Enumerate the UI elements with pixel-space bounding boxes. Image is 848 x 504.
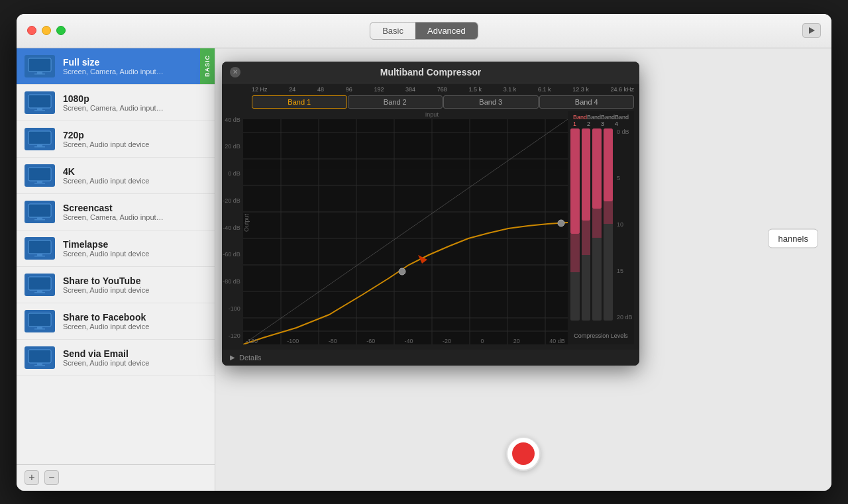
item-text-720p: 720p Screen, Audio input device [63,130,207,148]
item-text-screencast: Screencast Screen, Camera, Audio input… [63,203,207,221]
y-axis: 40 dB 20 dB 0 dB -20 dB -40 dB -60 dB -8… [222,111,243,344]
svg-point-47 [558,220,564,227]
add-preset-button[interactable]: + [25,470,39,485]
remove-preset-button[interactable]: − [44,470,59,485]
freq-ruler-labels: 12 Hz 24 48 96 192 384 768 1.5 k 3.1 k 6… [252,86,634,93]
titlebar: Basic Advanced [17,14,831,48]
sidebar-item-1080p[interactable]: 1080p Screen, Camera, Audio input… [17,85,215,121]
tab-basic[interactable]: Basic [370,23,415,39]
y-label-minus80db: -80 dB [223,278,240,285]
band-selector: Band 1 Band 2 Band 3 Band 4 [222,93,639,111]
compression-levels-label: Compression Levels [568,330,634,342]
svg-rect-14 [37,217,42,219]
comp-bar-band1-fill [570,128,580,234]
monitor-icon-4k [25,164,55,187]
item-sub-1080p: Screen, Camera, Audio input… [63,104,207,112]
svg-rect-22 [28,313,51,327]
comp-bar-band4 [604,128,613,321]
freq-label-1.5k: 1.5 k [469,86,482,93]
comp-bar-band4-dark [604,201,613,225]
band2-button[interactable]: Band 2 [348,95,443,109]
freq-label-12hz: 12 Hz [252,86,268,93]
freq-label-3.1k: 3.1 k [504,86,517,93]
comp-bar-band3 [592,128,602,321]
compressor-panel: ✕ Multiband Compressor 12 Hz 24 48 96 19… [222,62,639,366]
comp-band1-label: Band 1 [573,114,587,127]
svg-rect-9 [34,146,45,148]
sidebar-item-timelapse[interactable]: Timelapse Screen, Audio input device [17,230,215,267]
item-title-4k: 4K [63,166,207,177]
svg-rect-16 [28,240,51,254]
sidebar-item-4k[interactable]: 4K Screen, Audio input device [17,158,215,194]
item-title-youtube: Share to YouTube [63,276,207,286]
monitor-icon [25,55,55,77]
minimize-button[interactable] [42,26,51,35]
band4-button[interactable]: Band 4 [539,95,635,109]
sidebar-item-screencast[interactable]: Screencast Screen, Camera, Audio input… [17,194,215,230]
svg-marker-0 [809,27,815,34]
comp-y-20db: 20 dB [617,314,633,321]
y-label-minus100: -100 [229,305,240,312]
channels-button[interactable]: hannels [768,228,818,248]
graph-main: Input [243,111,568,344]
band1-button[interactable]: Band 1 [252,95,347,109]
comp-y-axis: 0 dB 5 10 15 20 dB [615,128,634,321]
main-window: Basic Advanced Full size Screen, Camera,… [17,14,831,491]
monitor-icon-720p [25,128,55,150]
item-title-720p: 720p [63,130,207,140]
traffic-lights [27,26,66,35]
comp-band3-label: Band 3 [601,114,615,127]
panel-header: ✕ Multiband Compressor [222,62,639,83]
svg-point-46 [399,268,405,275]
svg-rect-7 [28,131,51,144]
comp-y-0db: 0 dB [617,128,633,135]
item-title-screencast: Screencast [63,203,207,213]
freq-label-96: 96 [346,86,352,93]
sidebar-item-720p[interactable]: 720p Screen, Audio input device [17,121,215,158]
item-sub-screencast: Screen, Camera, Audio input… [63,213,207,221]
sidebar-item-youtube[interactable]: Share to YouTube Screen, Audio input dev… [17,267,215,303]
svg-rect-1 [28,58,51,72]
y-label-0db: 0 dB [228,170,240,177]
svg-rect-2 [37,72,42,74]
comp-band-labels: Band 1 Band 2 Band 3 Band 4 [568,114,634,127]
sidebar-item-full-size[interactable]: Full size Screen, Camera, Audio input… B… [17,48,215,85]
freq-ruler: 12 Hz 24 48 96 192 384 768 1.5 k 3.1 k 6… [222,83,639,93]
sidebar-item-email[interactable]: Send via Email Screen, Audio input devic… [17,340,215,376]
comp-y-5: 5 [617,175,633,181]
basic-badge-label: BASIC [204,55,211,77]
monitor-icon-timelapse [25,237,55,260]
svg-line-45 [243,119,568,344]
details-row: ▶ Details [222,350,639,366]
preset-list: Full size Screen, Camera, Audio input… B… [17,48,215,464]
comp-bar-band1-dark [570,234,580,272]
details-arrow-icon[interactable]: ▶ [230,354,235,361]
comp-bars-area: 0 dB 5 10 15 20 dB [568,128,634,330]
svg-rect-21 [34,292,45,293]
item-text-4k: 4K Screen, Audio input device [63,166,207,185]
svg-rect-8 [37,144,42,146]
svg-rect-18 [34,256,45,257]
y-label-20db: 20 dB [225,143,240,150]
band3-button[interactable]: Band 3 [443,95,539,109]
tab-advanced[interactable]: Advanced [415,23,478,39]
input-label: Input [243,111,568,118]
close-button[interactable] [27,26,36,35]
sidebar-footer: + − [17,464,215,491]
play-button[interactable] [802,23,821,38]
basic-badge: BASIC [200,48,215,84]
comp-bar-band4-fill [604,128,613,201]
sidebar-item-facebook[interactable]: Share to Facebook Screen, Audio input de… [17,303,215,340]
details-label[interactable]: Details [239,354,262,362]
panel-close-button[interactable]: ✕ [230,67,240,77]
item-sub-full-size: Screen, Camera, Audio input… [63,68,207,76]
item-title-timelapse: Timelapse [63,239,207,250]
record-button[interactable] [506,436,541,471]
freq-label-384: 384 [405,86,415,93]
monitor-icon-1080p [25,91,55,114]
maximize-button[interactable] [56,26,66,35]
freq-label-24: 24 [289,86,295,93]
graph-canvas[interactable]: Output -120 -100 -80 -60 -40 -20 0 [243,119,568,344]
svg-rect-17 [37,254,42,256]
comp-bar-band1 [570,128,580,321]
